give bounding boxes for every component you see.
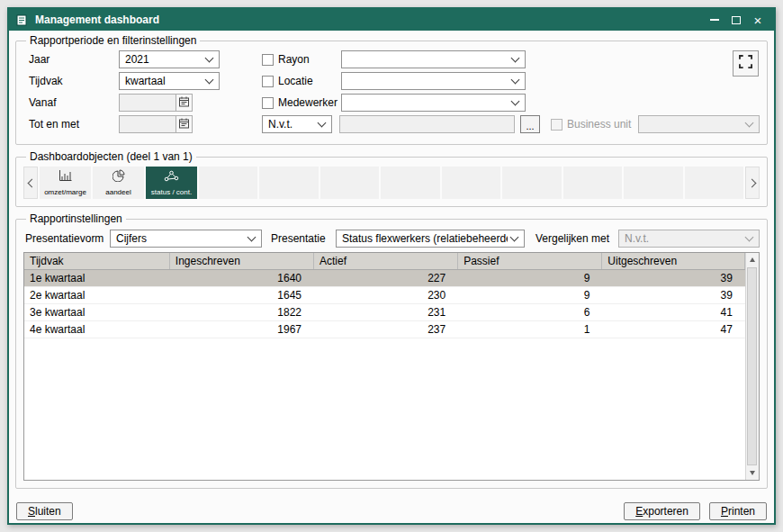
- dashboard-tile-empty[interactable]: [502, 167, 561, 199]
- locatie-checkbox[interactable]: [262, 76, 274, 87]
- locatie-checkbox-group[interactable]: Locatie: [262, 75, 341, 87]
- report-settings-groupbox: Rapportinstellingen Presentatievorm Cijf…: [15, 212, 768, 489]
- table-row[interactable]: 4e kwartaal1967237147: [24, 321, 745, 338]
- lookup-field[interactable]: [339, 115, 515, 133]
- vergelijken-met-label: Vergelijken met: [536, 232, 618, 245]
- dashboard-tile-empty[interactable]: [320, 167, 379, 199]
- rayon-select[interactable]: [341, 50, 526, 68]
- calendar-icon: [179, 116, 189, 132]
- cell-value: 47: [602, 321, 745, 338]
- fullscreen-button[interactable]: [733, 50, 759, 77]
- vertical-scrollbar[interactable]: [745, 253, 759, 480]
- cell-tijdvak: 4e kwartaal: [24, 321, 170, 338]
- jaar-select[interactable]: 2021: [119, 50, 220, 68]
- jaar-label: Jaar: [23, 53, 119, 66]
- tijdvak-select-value: kwartaal: [125, 75, 166, 87]
- column-header-uitgeschreven[interactable]: Uitgeschreven: [602, 253, 745, 269]
- business-unit-checkbox[interactable]: [551, 119, 562, 131]
- app-icon: [16, 14, 29, 26]
- report-settings-row: Presentatievorm Cijfers Presentatie Stat…: [23, 229, 760, 248]
- cell-value: 1967: [170, 321, 314, 338]
- cell-tijdvak: 1e kwartaal: [24, 270, 170, 286]
- locatie-label: Locatie: [278, 75, 313, 87]
- cell-value: 1640: [170, 270, 314, 286]
- chevron-down-icon: [319, 120, 326, 127]
- cell-value: 1822: [170, 304, 314, 320]
- locatie-select[interactable]: [341, 72, 526, 90]
- window-title: Management dashboard: [35, 14, 159, 26]
- filters-legend: Rapportperiode en filterinstellingen: [26, 34, 200, 47]
- scrollbar-thumb[interactable]: [747, 267, 757, 465]
- dashboard-tile-empty[interactable]: [381, 167, 439, 199]
- rayon-label: Rayon: [278, 53, 310, 66]
- dashboard-tile-empty[interactable]: [624, 167, 682, 199]
- dashboard-tile-omzet-marge[interactable]: omzet/marge: [40, 167, 91, 199]
- column-header-tijdvak[interactable]: Tijdvak: [24, 253, 170, 269]
- vergelijken-met-select[interactable]: N.v.t.: [618, 230, 760, 248]
- table-header: TijdvakIngeschrevenActiefPassiefUitgesch…: [24, 253, 745, 270]
- tot-en-met-label: Tot en met: [23, 118, 119, 131]
- table-row[interactable]: 3e kwartaal1822231641: [24, 304, 745, 321]
- presentatievorm-select-value: Cijfers: [116, 232, 147, 245]
- vanaf-date-input[interactable]: [119, 94, 176, 112]
- dashboard-tile-status-cont[interactable]: status / cont.: [146, 167, 197, 199]
- cell-value: 230: [314, 287, 458, 303]
- dashboard-tile-empty[interactable]: [199, 167, 257, 199]
- nvt-select[interactable]: N.v.t.: [262, 115, 332, 133]
- dialog-content: Rapportperiode en filterinstellingen Jaa…: [9, 31, 774, 523]
- dashboard-tiles: omzet/margeaandeelstatus / cont.: [40, 167, 743, 199]
- printen-button[interactable]: Printen: [709, 502, 767, 520]
- fullscreen-icon: [739, 55, 752, 72]
- medewerker-checkbox-group[interactable]: Medewerker: [262, 96, 341, 109]
- titlebar[interactable]: Management dashboard ×: [9, 9, 774, 31]
- medewerker-checkbox[interactable]: [262, 97, 274, 109]
- scroll-up-button[interactable]: [746, 253, 759, 266]
- rayon-checkbox[interactable]: [262, 54, 274, 66]
- vanaf-calendar-button[interactable]: [176, 94, 193, 112]
- dashboard-tile-empty[interactable]: [563, 167, 622, 199]
- cell-value: 6: [458, 304, 602, 320]
- chevron-down-icon: [206, 55, 213, 62]
- cell-value: 39: [602, 270, 745, 286]
- tijdvak-select[interactable]: kwartaal: [119, 72, 220, 90]
- dashboard-objects-legend: Dashboardobjecten (deel 1 van 1): [26, 150, 196, 163]
- business-unit-checkbox-group: Business unit: [551, 118, 631, 131]
- business-unit-select[interactable]: [638, 115, 760, 133]
- maximize-button[interactable]: [725, 10, 747, 30]
- rayon-checkbox-group[interactable]: Rayon: [262, 53, 341, 66]
- minimize-button[interactable]: [704, 10, 725, 30]
- table-body: 1e kwartaal16402279392e kwartaal16452309…: [24, 270, 759, 338]
- business-unit-label: Business unit: [567, 118, 631, 131]
- filter-row-vanaf: Vanaf Medewerker: [23, 94, 760, 112]
- tot-en-met-calendar-button[interactable]: [176, 115, 193, 133]
- dashboard-tile-empty[interactable]: [259, 167, 318, 199]
- close-button[interactable]: ×: [747, 10, 769, 30]
- lookup-ellipsis-button[interactable]: ...: [520, 115, 540, 133]
- column-header-ingeschreven[interactable]: Ingeschreven: [170, 253, 314, 269]
- scroll-right-button[interactable]: [745, 167, 760, 199]
- cell-value: 227: [314, 270, 458, 286]
- exporteren-button[interactable]: Exporteren: [624, 502, 700, 520]
- dashboard-tile-aandeel[interactable]: aandeel: [93, 167, 144, 199]
- cell-value: 9: [458, 270, 602, 286]
- table-row[interactable]: 2e kwartaal1645230939: [24, 287, 745, 304]
- jaar-select-value: 2021: [125, 53, 149, 66]
- maximize-icon: [732, 16, 741, 24]
- filter-row-tijdvak: Tijdvak kwartaal Locatie: [23, 72, 760, 90]
- scroll-left-button[interactable]: [23, 167, 38, 199]
- table-row[interactable]: 1e kwartaal1640227939: [24, 270, 745, 287]
- column-header-passief[interactable]: Passief: [458, 253, 602, 269]
- dashboard-tile-empty[interactable]: [442, 167, 500, 199]
- medewerker-select[interactable]: [341, 94, 526, 112]
- dashboard-tile-empty[interactable]: [685, 167, 743, 199]
- chevron-down-icon: [746, 234, 753, 241]
- presentatievorm-select[interactable]: Cijfers: [110, 230, 262, 248]
- pie-chart-icon: [112, 169, 125, 185]
- scroll-down-button[interactable]: [746, 466, 759, 480]
- sluiten-button[interactable]: Sluiten: [16, 502, 73, 520]
- tot-en-met-date-input[interactable]: [119, 115, 176, 133]
- cell-value: 41: [602, 304, 745, 320]
- column-header-actief[interactable]: Actief: [314, 253, 458, 269]
- presentatie-select[interactable]: Status flexwerkers (relatiebeheerder): [336, 230, 525, 248]
- dashboard-objects-groupbox: Dashboardobjecten (deel 1 van 1) omzet/m…: [15, 150, 768, 207]
